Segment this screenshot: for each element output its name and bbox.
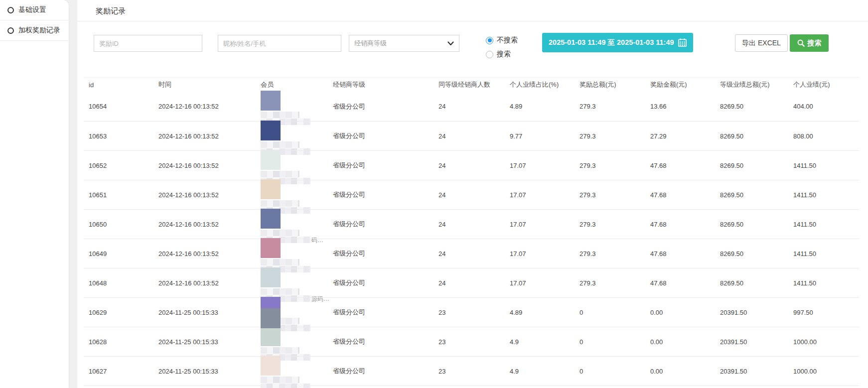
member-avatar <box>261 267 281 287</box>
table-bottom-divider <box>84 386 860 386</box>
radio-search-label: 搜索 <box>497 50 511 59</box>
cell-member <box>261 239 333 268</box>
cell-personal-ratio: 4.89 <box>510 103 579 110</box>
cell-peer-count: 24 <box>438 191 510 199</box>
cell-reward-amount: 47.68 <box>650 250 720 258</box>
column-header-0: id <box>84 81 158 89</box>
table-row: 106282024-11-25 00:15:33省级分公司234.900.002… <box>84 327 860 356</box>
cell-reward-total: 0 <box>579 338 650 346</box>
column-header-9: 个人业绩(元) <box>793 80 860 89</box>
dealer-level-select[interactable]: 经销商等级 <box>349 35 459 52</box>
cell-id: 10653 <box>84 132 158 140</box>
cell-id: 10629 <box>84 309 158 316</box>
member-avatar <box>261 209 281 229</box>
cell-level-total: 20391.50 <box>720 338 793 346</box>
column-header-2: 会员 <box>261 80 333 89</box>
cell-time: 2024-12-16 00:13:52 <box>158 103 261 110</box>
cell-level-total: 20391.50 <box>720 368 793 375</box>
search-button[interactable]: 搜索 <box>790 34 829 52</box>
column-header-3: 经销商等级 <box>333 80 438 89</box>
column-header-7: 奖励金额(元) <box>650 80 720 89</box>
date-range-button[interactable]: 2025-01-03 11:49 至 2025-01-03 11:49 <box>542 33 693 52</box>
cell-peer-count: 24 <box>438 103 510 110</box>
cell-member: 码… <box>261 210 333 239</box>
cell-level-total: 8269.50 <box>720 103 793 110</box>
member-avatar <box>261 356 281 376</box>
table-row: 106512024-12-16 00:13:52省级分公司2417.07279.… <box>84 180 860 209</box>
sidebar-item-label: 基础设置 <box>18 5 46 14</box>
reward-id-input[interactable] <box>94 35 202 52</box>
cell-id: 10654 <box>84 103 158 110</box>
member-name-blur <box>261 230 299 236</box>
cell-peer-count: 24 <box>438 162 510 169</box>
cell-time: 2024-11-25 00:15:33 <box>158 368 261 375</box>
member-avatar <box>261 238 281 258</box>
cell-level-total: 8269.50 <box>720 221 793 228</box>
cell-peer-count: 24 <box>438 250 510 258</box>
cell-reward-amount: 47.68 <box>650 221 720 228</box>
cell-personal-ratio: 4.9 <box>510 368 579 375</box>
cell-level-total: 8269.50 <box>720 191 793 199</box>
member-avatar <box>261 91 281 111</box>
sidebar-item-basic-settings[interactable]: 基础设置 <box>0 0 69 20</box>
column-header-8: 等级业绩总额(元) <box>720 80 793 89</box>
member-avatar <box>261 326 281 346</box>
cell-reward-total: 279.3 <box>579 250 650 258</box>
partial-row-avatar <box>261 308 281 328</box>
search-icon <box>797 39 805 47</box>
circle-icon <box>7 7 14 13</box>
column-header-6: 奖励总额(元) <box>579 80 650 89</box>
cell-reward-total: 279.3 <box>579 191 650 199</box>
cell-time: 2024-12-16 00:13:52 <box>158 162 261 169</box>
table-row: 106272024-11-25 00:15:33省级分公司234.900.002… <box>84 356 860 386</box>
table-row: 106482024-12-16 00:13:52源码…省级分公司2417.072… <box>84 268 860 297</box>
cell-peer-count: 24 <box>438 132 510 140</box>
cell-reward-amount: 13.66 <box>650 103 720 110</box>
cell-member <box>261 180 333 210</box>
cell-member <box>261 327 333 357</box>
cell-personal-performance: 808.00 <box>793 132 860 140</box>
member-search-input[interactable] <box>218 35 341 52</box>
member-cell <box>261 357 333 386</box>
cell-personal-ratio: 17.07 <box>510 162 579 169</box>
cell-reward-total: 0 <box>579 368 650 375</box>
cell-time: 2024-12-16 00:13:52 <box>158 221 261 228</box>
cell-dealer-level: 省级分公司 <box>333 161 438 170</box>
column-header-4: 同等级经销商人数 <box>438 80 510 89</box>
cell-reward-amount: 0.00 <box>650 309 720 316</box>
cell-time: 2024-12-16 00:13:52 <box>158 279 261 287</box>
export-excel-button[interactable]: 导出 EXCEL <box>735 34 788 52</box>
cell-personal-ratio: 4.89 <box>510 309 579 316</box>
cell-personal-performance: 1411.50 <box>793 162 860 169</box>
table-body: 106542024-12-16 00:13:52省级分公司244.89279.3… <box>84 92 860 386</box>
cell-level-total: 8269.50 <box>720 162 793 169</box>
cell-personal-ratio: 17.07 <box>510 279 579 287</box>
cell-member <box>261 92 333 121</box>
column-header-5: 个人业绩占比(%) <box>510 80 579 89</box>
cell-personal-ratio: 17.07 <box>510 191 579 199</box>
cell-id: 10651 <box>84 191 158 199</box>
cell-reward-total: 0 <box>579 309 650 316</box>
date-range-text: 2025-01-03 11:49 至 2025-01-03 11:49 <box>549 38 674 47</box>
cell-level-total: 8269.50 <box>720 279 793 287</box>
page-title: 奖励记录 <box>96 6 126 16</box>
cell-member <box>261 151 333 180</box>
chevron-down-icon <box>447 41 454 46</box>
member-cell <box>261 180 333 210</box>
table-row: 106492024-12-16 00:13:52省级分公司2417.07279.… <box>84 239 860 268</box>
cell-id: 10649 <box>84 250 158 258</box>
member-cell <box>261 239 333 268</box>
table-header-row: id时间会员经销商等级同等级经销商人数个人业绩占比(%)奖励总额(元)奖励金额(… <box>84 77 860 92</box>
search-button-label: 搜索 <box>808 39 822 48</box>
radio-no-search[interactable]: 不搜索 <box>486 35 518 46</box>
cell-personal-performance: 1411.50 <box>793 279 860 287</box>
table-row: 106502024-12-16 00:13:52码…省级分公司2417.0727… <box>84 209 860 239</box>
member-name-blur <box>261 288 299 295</box>
sidebar-item-weighted-reward-records[interactable]: 加权奖励记录 <box>0 20 69 41</box>
cell-dealer-level: 省级分公司 <box>333 249 438 258</box>
radio-search[interactable]: 搜索 <box>486 49 518 60</box>
cell-personal-performance: 404.00 <box>793 103 860 110</box>
cell-dealer-level: 省级分公司 <box>333 190 438 199</box>
cell-member <box>261 122 333 151</box>
cell-reward-amount: 0.00 <box>650 338 720 346</box>
